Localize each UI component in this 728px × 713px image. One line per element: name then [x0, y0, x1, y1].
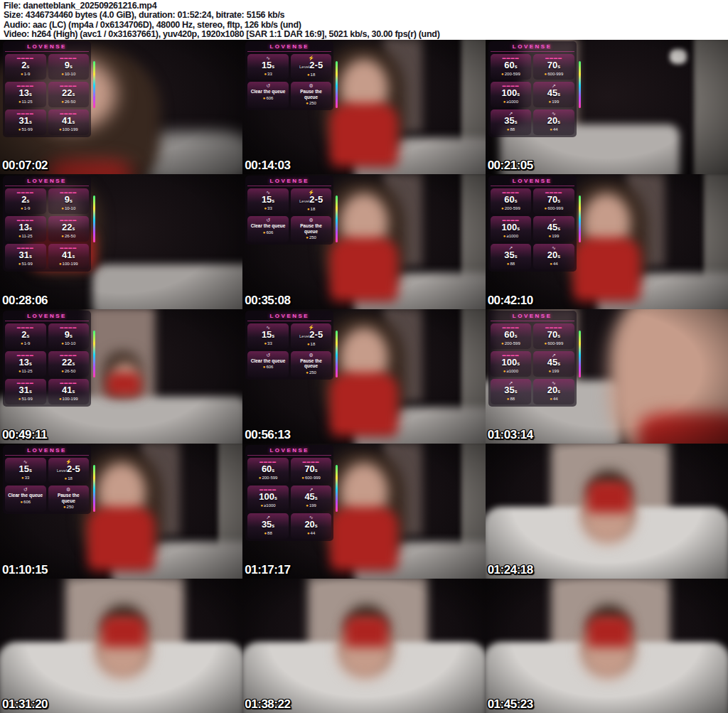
tile-unit: s — [557, 389, 560, 394]
tile-tip-range: ●606 — [248, 230, 288, 235]
tile-tip-range: ●18 — [291, 341, 331, 347]
tile-tip-range: ●250 — [291, 235, 331, 240]
timestamp: 00:28:06 — [2, 294, 48, 308]
tile-prefix: Level — [299, 65, 309, 69]
tile-duration-value: 15s — [248, 60, 288, 71]
lovense-brand-label: LOVENSE — [247, 43, 331, 52]
thumbnail: LOVENSE ▬▬▬▬2s●1-9▬▬▬▬9s●10-10▬▬▬▬13s●11… — [0, 174, 242, 309]
tile-tip-range: ●250 — [291, 370, 331, 375]
red-top-shape — [330, 237, 398, 302]
tile-action-label: Pause the queue — [291, 223, 331, 235]
tile-prefix: Level — [57, 468, 67, 473]
lovense-level-bar — [579, 61, 581, 108]
tile-duration-value: 9s — [49, 195, 89, 205]
lovense-tile: ▬▬▬▬41s●100-199 — [48, 244, 90, 269]
lovense-level-bar — [93, 331, 95, 377]
tip-dot-icon: ● — [503, 234, 506, 238]
tile-duration-value: 60s — [491, 60, 531, 71]
tile-tip-range: ●200-599 — [491, 341, 531, 346]
tile-unit: s — [70, 333, 73, 338]
lovense-tiles: ∿15s●33⚡Level2-5●18↺Clear the queue●606⚙… — [5, 458, 89, 512]
tile-duration-value: 60s — [491, 330, 531, 341]
tile-tip-range: ●26-50 — [49, 368, 89, 374]
tile-duration-value: 41s — [49, 385, 89, 396]
tip-dot-icon: ● — [61, 341, 64, 345]
tip-dot-icon: ● — [18, 397, 21, 401]
lovense-tiles: ▬▬▬▬2s●1-9▬▬▬▬9s●10-10▬▬▬▬13s●11-25▬▬▬▬2… — [5, 54, 89, 135]
tile-unit: s — [73, 389, 75, 394]
tile-tip-range: ●44 — [291, 530, 331, 536]
lovense-brand-label: LOVENSE — [247, 177, 331, 186]
lovense-brand-label: LOVENSE — [491, 312, 574, 321]
tile-action-label: Pause the queue — [291, 88, 331, 100]
tile-duration-value: Level2-5 — [291, 330, 331, 341]
tile-icon: ⚙ — [291, 83, 331, 88]
tile-prefix: Level — [299, 199, 309, 203]
tile-duration-value: 20s — [291, 520, 331, 530]
timestamp: 00:07:02 — [2, 159, 48, 173]
wardrobe-shape — [218, 444, 242, 552]
tip-dot-icon: ● — [18, 127, 21, 132]
lovense-tile: ∿15s●33 — [247, 54, 289, 80]
tip-dot-icon: ● — [550, 397, 552, 401]
lovense-tiles: ∿15s●33⚡Level2-5●18↺Clear the queue●606⚙… — [247, 323, 331, 377]
lovense-tip-menu-overlay: LOVENSE ∿15s●33⚡Level2-5●18↺Clear the qu… — [245, 311, 333, 380]
lovense-tile: ∿15s●33 — [247, 323, 289, 349]
tile-tip-range: ●44 — [534, 396, 574, 402]
lovense-tile: ▬▬▬▬70s●600-999 — [533, 54, 574, 80]
lovense-tile: ▬▬▬▬60s●200-599 — [491, 188, 532, 214]
timestamp: 00:56:13 — [245, 428, 290, 442]
tile-unit: s — [272, 198, 274, 203]
tile-unit: s — [315, 468, 318, 473]
tile-tip-range: ●10-10 — [49, 71, 89, 77]
lovense-tile: ↗35s●88 — [491, 109, 532, 135]
tile-unit: s — [515, 389, 518, 394]
tile-duration-value: 9s — [49, 60, 89, 71]
tile-duration-value: 35s — [491, 385, 531, 396]
lovense-tip-menu-overlay: LOVENSE ▬▬▬▬2s●1-9▬▬▬▬9s●10-10▬▬▬▬13s●11… — [3, 176, 91, 272]
tile-duration-value: 20s — [534, 250, 574, 261]
lovense-level-bar — [93, 61, 95, 108]
lovense-tip-menu-overlay: LOVENSE ▬▬▬▬60s●200-599▬▬▬▬70s●600-999▬▬… — [488, 176, 577, 272]
tile-tip-range: ●606 — [6, 499, 46, 505]
timestamp: 01:03:14 — [488, 428, 533, 442]
thumbnail: 01:45:23 — [486, 579, 728, 713]
tile-icon: ⚙ — [291, 353, 331, 358]
tile-unit: s — [29, 468, 32, 473]
lovense-tile: ↺Clear the queue●606 — [247, 216, 289, 242]
tile-unit: s — [73, 226, 75, 231]
tile-duration-value: 13s — [6, 223, 46, 233]
tip-dot-icon: ● — [264, 206, 267, 210]
tip-dot-icon: ● — [264, 72, 267, 76]
lovense-tile: ▬▬▬▬60s●200-599 — [491, 323, 532, 349]
lovense-tile: ↗35s●88 — [491, 244, 532, 269]
lovense-tile: ▬▬▬▬13s●11-25 — [5, 216, 46, 242]
tile-unit: s — [517, 361, 520, 366]
lovense-level-bar — [93, 465, 95, 512]
thumbnail: LOVENSE ∿15s●33⚡Level2-5●18↺Clear the qu… — [0, 444, 242, 578]
tile-duration-value: 31s — [6, 116, 46, 127]
tile-duration-value: 2s — [6, 60, 46, 71]
tip-dot-icon: ● — [306, 235, 309, 240]
media-metadata-header: File: danetteblank_202509261216.mp4 Size… — [0, 0, 728, 40]
lovense-tile: ▬▬▬▬13s●11-25 — [5, 351, 46, 377]
tile-prefix: Level — [299, 334, 309, 338]
lovense-tiles: ▬▬▬▬60s●200-599▬▬▬▬70s●600-999▬▬▬▬100s●≥… — [491, 188, 574, 269]
lovense-tile: ∿15s●33 — [5, 458, 46, 483]
tile-duration-value: 31s — [6, 385, 46, 396]
lovense-tile: ▬▬▬▬41s●100-199 — [48, 109, 90, 135]
tip-dot-icon: ● — [21, 341, 23, 345]
tile-action-label: Clear the queue — [248, 358, 288, 365]
lovense-tile: ⚡Level2-5●18 — [291, 188, 332, 214]
tile-tip-range: ●10-10 — [49, 205, 89, 211]
wardrobe-shape — [461, 40, 486, 148]
lovense-tiles: ▬▬▬▬2s●1-9▬▬▬▬9s●10-10▬▬▬▬13s●11-25▬▬▬▬2… — [5, 188, 89, 269]
tile-duration-value: 70s — [534, 60, 574, 71]
timestamp: 00:35:08 — [245, 294, 290, 308]
tip-dot-icon: ● — [61, 100, 64, 104]
tile-tip-range: ●199 — [534, 368, 574, 374]
tile-unit: s — [515, 254, 518, 259]
lovense-brand-label: LOVENSE — [5, 43, 89, 52]
size-line: Size: 4346734460 bytes (4.0 GiB), durati… — [4, 11, 728, 20]
tile-duration-value: 70s — [534, 330, 574, 341]
